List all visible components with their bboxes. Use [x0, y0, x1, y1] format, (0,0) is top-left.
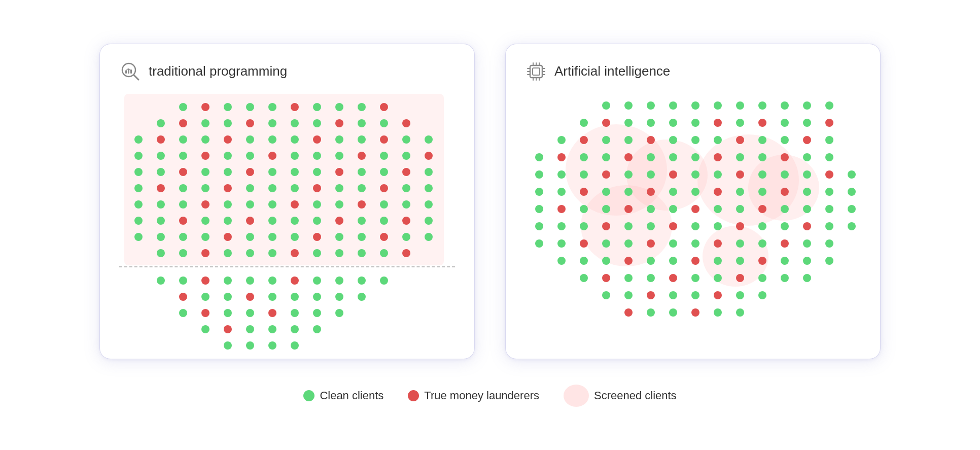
dot-green: [246, 200, 254, 209]
dot-green: [224, 119, 232, 127]
dot-green: [291, 233, 299, 241]
ai-title-text: Artificial intelligence: [554, 63, 670, 79]
dot-green: [425, 217, 433, 225]
dot-red: [602, 274, 610, 282]
dot-green: [647, 257, 655, 265]
dot-green: [758, 222, 766, 230]
dot-red: [224, 233, 232, 241]
dot-green: [291, 309, 299, 317]
dot-green: [246, 103, 254, 111]
dot-red: [402, 168, 410, 176]
chart-search-icon: [119, 60, 142, 83]
ai-dot-area: [525, 94, 861, 342]
dot-green: [714, 257, 722, 265]
traditional-screened-rect: [124, 94, 444, 265]
dot-green: [201, 233, 209, 241]
dot-green: [335, 293, 343, 301]
dot-green: [268, 119, 276, 127]
dot-green: [201, 293, 209, 301]
dot-green: [691, 188, 699, 196]
dot-green: [179, 276, 187, 285]
dot-red: [380, 135, 388, 144]
dot-green: [803, 257, 811, 265]
dot-green: [402, 184, 410, 192]
ai-panel: Artificial intelligence: [505, 44, 881, 359]
dot-green: [246, 341, 254, 350]
dot-red: [624, 308, 633, 317]
dot-green: [669, 239, 677, 248]
dot-green: [380, 276, 388, 285]
dot-green: [425, 168, 433, 176]
dot-green: [335, 103, 343, 111]
dot-green: [580, 153, 588, 161]
dot-green: [201, 217, 209, 225]
dot-green: [157, 168, 165, 176]
dot-green: [201, 135, 209, 144]
dot-green: [358, 233, 366, 241]
dot-green: [758, 170, 766, 179]
dot-green: [647, 205, 655, 213]
dot-green: [781, 170, 789, 179]
dot-green: [602, 239, 610, 248]
dot-green: [224, 200, 232, 209]
dot-red: [602, 222, 610, 230]
dot-red: [669, 274, 677, 282]
dot-green: [535, 239, 543, 248]
dot-red: [335, 119, 343, 127]
dot-green: [380, 249, 388, 257]
dot-red: [246, 168, 254, 176]
dot-green: [425, 135, 433, 144]
dot-red: [402, 217, 410, 225]
dot-green: [313, 103, 321, 111]
dot-green: [134, 233, 143, 241]
legend-laundering: True money launderers: [408, 389, 539, 402]
dot-green: [291, 152, 299, 160]
dot-red: [246, 293, 254, 301]
dot-green: [268, 184, 276, 192]
dot-green: [380, 152, 388, 160]
dot-green: [736, 291, 744, 299]
dot-green: [335, 152, 343, 160]
dot-green: [157, 200, 165, 209]
dot-red: [602, 170, 610, 179]
dot-red: [268, 309, 276, 317]
dot-green: [224, 249, 232, 257]
dot-green: [425, 233, 433, 241]
dot-green: [224, 217, 232, 225]
dot-green: [535, 222, 543, 230]
dot-green: [246, 135, 254, 144]
dot-green: [134, 217, 143, 225]
dot-green: [335, 276, 343, 285]
dot-green: [624, 239, 633, 248]
dot-green: [268, 103, 276, 111]
dot-green: [201, 325, 209, 333]
dot-green: [647, 222, 655, 230]
dot-red: [335, 217, 343, 225]
dot-red: [714, 119, 722, 127]
dot-green: [602, 291, 610, 299]
dot-green: [714, 274, 722, 282]
dot-red: [736, 170, 744, 179]
dot-green: [557, 136, 566, 144]
dot-green: [669, 308, 677, 317]
dot-green: [291, 217, 299, 225]
dot-green: [736, 308, 744, 317]
dot-green: [246, 233, 254, 241]
dot-red: [758, 205, 766, 213]
dot-green: [358, 184, 366, 192]
dot-green: [557, 239, 566, 248]
dot-red: [201, 276, 209, 285]
dot-green: [291, 341, 299, 350]
dot-green: [714, 170, 722, 179]
dot-green: [224, 309, 232, 317]
dot-green: [624, 136, 633, 144]
dot-red: [179, 217, 187, 225]
dot-green: [224, 103, 232, 111]
dot-green: [781, 205, 789, 213]
dot-green: [825, 153, 833, 161]
dot-green: [758, 274, 766, 282]
dot-red: [358, 152, 366, 160]
dot-red: [647, 291, 655, 299]
dot-green: [134, 184, 143, 192]
traditional-title-text: traditional programming: [149, 63, 287, 79]
